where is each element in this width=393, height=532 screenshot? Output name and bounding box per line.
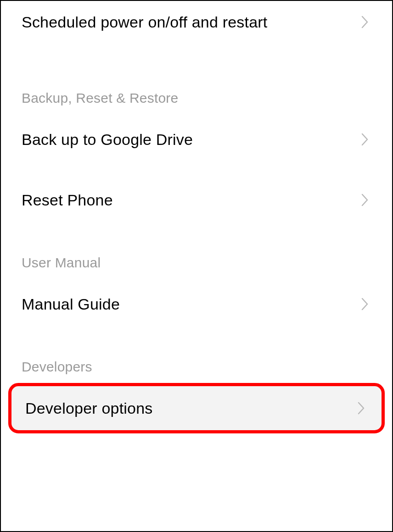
backup-google-label: Back up to Google Drive (22, 131, 193, 149)
chevron-right-icon (357, 401, 365, 415)
section-header-developers: Developers (1, 329, 392, 383)
developer-options-label: Developer options (25, 399, 152, 417)
manual-guide-label: Manual Guide (22, 295, 120, 313)
settings-row-reset-phone[interactable]: Reset Phone (1, 175, 392, 225)
section-header-backup: Backup, Reset & Restore (1, 51, 392, 114)
chevron-right-icon (361, 15, 369, 29)
chevron-right-icon (361, 297, 369, 311)
settings-row-scheduled-power[interactable]: Scheduled power on/off and restart (1, 1, 392, 51)
chevron-right-icon (361, 193, 369, 207)
settings-row-backup-google[interactable]: Back up to Google Drive (1, 114, 392, 165)
chevron-right-icon (361, 133, 369, 146)
settings-row-manual-guide[interactable]: Manual Guide (1, 279, 392, 329)
scheduled-power-label: Scheduled power on/off and restart (22, 13, 267, 31)
reset-phone-label: Reset Phone (22, 191, 113, 209)
settings-row-developer-options[interactable]: Developer options (8, 383, 385, 433)
section-header-user-manual: User Manual (1, 225, 392, 279)
